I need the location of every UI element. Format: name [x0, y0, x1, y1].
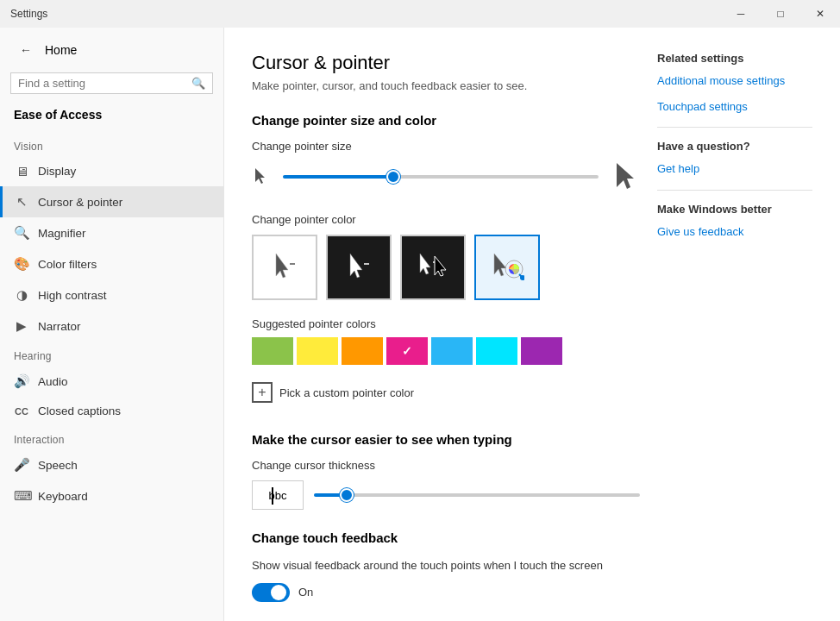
main-area: Cursor & pointer Make pointer, cursor, a…	[224, 28, 840, 621]
sidebar-home-label: Home	[45, 43, 77, 57]
sidebar-item-display[interactable]: 🖥 Display	[0, 156, 223, 186]
pointer-color-black[interactable]	[326, 235, 392, 300]
narrator-icon: ▶	[14, 318, 29, 334]
sidebar-nav-top: ← Home	[0, 28, 223, 72]
thickness-thumb[interactable]	[340, 488, 354, 502]
color-swatches	[252, 337, 640, 365]
titlebar-left: Settings	[10, 8, 47, 20]
right-sidebar: Related settings Additional mouse settin…	[640, 52, 812, 597]
vision-section-label: Vision	[0, 132, 223, 156]
magnifier-icon: 🔍	[14, 225, 29, 241]
thickness-track	[314, 493, 640, 497]
swatch-yellow[interactable]	[297, 337, 338, 365]
titlebar: Settings ─ □ ✕	[0, 0, 840, 28]
inverted-cursor-svg	[416, 252, 450, 283]
pointer-size-slider[interactable]	[283, 166, 599, 187]
give-feedback-link[interactable]: Give us feedback	[657, 224, 812, 240]
slider-thumb[interactable]	[386, 170, 400, 184]
question-heading: Have a question?	[657, 140, 812, 153]
audio-icon: 🔊	[14, 373, 29, 389]
app-container: ← Home 🔍 Ease of Access Vision 🖥 Display…	[0, 28, 840, 621]
interaction-section-label: Interaction	[0, 425, 223, 449]
sidebar-item-closed-captions-label: Closed captions	[38, 405, 121, 417]
maximize-button[interactable]: □	[761, 0, 800, 28]
get-help-link[interactable]: Get help	[657, 161, 812, 177]
sidebar-item-color-filters-label: Color filters	[38, 258, 97, 271]
sidebar-item-audio-label: Audio	[38, 375, 68, 388]
search-icon: 🔍	[191, 77, 205, 90]
toggle-knob	[271, 585, 286, 600]
closed-captions-icon: CC	[14, 406, 29, 417]
custom-color-label: Pick a custom pointer color	[279, 386, 414, 399]
search-input[interactable]	[18, 77, 186, 90]
sidebar-item-high-contrast-label: High contrast	[38, 289, 107, 302]
keyboard-icon: ⌨	[14, 488, 29, 504]
sidebar-item-magnifier-label: Magnifier	[38, 227, 86, 240]
custom-cursor-svg	[490, 252, 524, 283]
titlebar-title: Settings	[10, 8, 47, 20]
plus-icon: +	[252, 382, 273, 403]
minimize-button[interactable]: ─	[721, 0, 761, 28]
pointer-color-inverted[interactable]	[400, 235, 466, 300]
high-contrast-icon: ◑	[14, 287, 29, 303]
speech-icon: 🎤	[14, 457, 29, 473]
sidebar-item-cursor-pointer-label: Cursor & pointer	[38, 196, 122, 209]
small-cursor-icon	[252, 166, 269, 187]
sidebar-item-audio[interactable]: 🔊 Audio	[0, 366, 223, 397]
cursor-preview: bbc	[252, 480, 304, 510]
sidebar-item-narrator-label: Narrator	[38, 320, 81, 333]
pointer-color-custom[interactable]	[474, 235, 540, 300]
pointer-color-options	[252, 235, 640, 300]
touch-feedback-toggle-container: On	[252, 583, 640, 602]
sidebar-item-keyboard[interactable]: ⌨ Keyboard	[0, 480, 223, 511]
pointer-color-label: Change pointer color	[252, 213, 640, 226]
right-divider-2	[657, 190, 812, 191]
pointer-size-slider-row	[252, 161, 640, 192]
cursor-thickness-row: bbc	[252, 480, 640, 510]
additional-mouse-settings-link[interactable]: Additional mouse settings	[657, 73, 812, 89]
sidebar-item-cursor-pointer[interactable]: ↖ Cursor & pointer	[0, 186, 223, 217]
page-subtitle: Make pointer, cursor, and touch feedback…	[252, 79, 640, 92]
swatch-lightblue[interactable]	[431, 337, 473, 365]
close-button[interactable]: ✕	[800, 0, 840, 28]
sidebar-item-display-label: Display	[38, 165, 76, 178]
custom-color-button[interactable]: + Pick a custom pointer color	[252, 377, 640, 408]
section3-heading: Change touch feedback	[252, 530, 640, 545]
section2-heading: Make the cursor easier to see when typin…	[252, 432, 640, 447]
slider-track	[283, 175, 599, 179]
section1-heading: Change pointer size and color	[252, 113, 640, 128]
cursor-thickness-slider[interactable]	[314, 485, 640, 505]
touchpad-settings-link[interactable]: Touchpad settings	[657, 99, 812, 115]
page-title: Cursor & pointer	[252, 52, 640, 74]
swatch-cyan[interactable]	[476, 337, 517, 365]
touch-feedback-toggle[interactable]	[252, 583, 290, 602]
sidebar-item-keyboard-label: Keyboard	[38, 490, 88, 503]
sidebar: ← Home 🔍 Ease of Access Vision 🖥 Display…	[0, 28, 224, 621]
sidebar-item-speech[interactable]: 🎤 Speech	[0, 449, 223, 480]
swatch-pink[interactable]	[386, 337, 428, 365]
cursor-pointer-icon: ↖	[14, 194, 29, 210]
cursor-thickness-label: Change cursor thickness	[252, 459, 640, 472]
white-cursor-svg	[271, 252, 298, 283]
large-cursor-icon	[612, 161, 640, 192]
feedback-heading: Make Windows better	[657, 203, 812, 216]
hearing-section-label: Hearing	[0, 342, 223, 366]
sidebar-item-closed-captions[interactable]: CC Closed captions	[0, 397, 223, 425]
swatch-green[interactable]	[252, 337, 293, 365]
back-button[interactable]: ←	[14, 38, 38, 62]
sidebar-item-high-contrast[interactable]: ◑ High contrast	[0, 279, 223, 310]
titlebar-controls: ─ □ ✕	[721, 0, 840, 28]
pointer-color-white[interactable]	[252, 235, 317, 300]
sidebar-item-color-filters[interactable]: 🎨 Color filters	[0, 248, 223, 279]
sidebar-item-magnifier[interactable]: 🔍 Magnifier	[0, 217, 223, 248]
touch-feedback-desc: Show visual feedback around the touch po…	[252, 557, 640, 574]
right-divider-1	[657, 127, 812, 128]
toggle-label: On	[298, 586, 313, 599]
swatch-purple[interactable]	[521, 337, 562, 365]
ease-of-access-label: Ease of Access	[0, 101, 223, 132]
swatch-orange[interactable]	[342, 337, 383, 365]
sidebar-item-narrator[interactable]: ▶ Narrator	[0, 310, 223, 342]
black-cursor-svg	[345, 252, 373, 283]
display-icon: 🖥	[14, 164, 29, 179]
sidebar-item-speech-label: Speech	[38, 459, 78, 472]
